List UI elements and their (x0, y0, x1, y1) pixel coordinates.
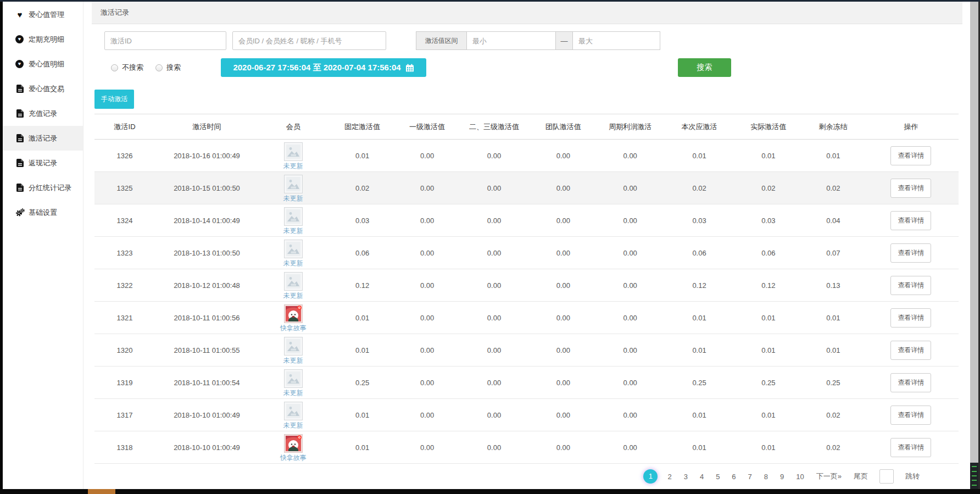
member-avatar[interactable] (284, 304, 303, 323)
manual-activate-button[interactable]: 手动激活 (94, 90, 134, 109)
pagination-page[interactable]: 9 (774, 473, 790, 481)
pagination-page[interactable]: 4 (694, 473, 710, 481)
sidebar-item-link[interactable]: ♥爱心值管理 (3, 2, 83, 27)
member-avatar-placeholder-icon[interactable] (284, 337, 303, 356)
cell-value: 0.01 (665, 302, 734, 334)
pagination-page-active[interactable]: 1 (643, 469, 658, 484)
cell-value: 0.06 (665, 237, 734, 269)
cell-action: 查看详情 (864, 172, 959, 204)
pagination-last[interactable]: 尾页 (848, 471, 874, 481)
pagination-page[interactable]: 7 (742, 473, 758, 481)
sidebar: ♥爱心值管理♥定期充明细♥爱心值明细爱心值交易充值记录激活记录返现记录分红统计记… (3, 2, 83, 489)
cell-value: 0.00 (531, 204, 595, 237)
member-avatar-placeholder-icon[interactable] (284, 142, 303, 161)
view-detail-button[interactable]: 查看详情 (890, 308, 931, 328)
view-detail-button[interactable]: 查看详情 (890, 179, 931, 198)
member-name-link[interactable]: 未更新 (283, 260, 303, 267)
scrollbar-track[interactable] (970, 2, 978, 489)
pagination-page[interactable]: 6 (726, 473, 742, 481)
view-detail-button[interactable]: 查看详情 (890, 146, 931, 165)
page-jump-input[interactable] (879, 469, 894, 484)
member-avatar-placeholder-icon[interactable] (284, 369, 303, 388)
cell-member: 未更新 (259, 399, 328, 431)
sidebar-item-link[interactable]: 爱心值交易 (3, 76, 83, 101)
cell-value: 0.00 (531, 302, 595, 334)
view-detail-button[interactable]: 查看详情 (890, 211, 931, 230)
member-avatar-placeholder-icon[interactable] (284, 240, 303, 258)
taskbar-item[interactable] (88, 489, 115, 494)
member-cell-content: 快拿故事 (259, 434, 328, 461)
view-detail-button[interactable]: 查看详情 (890, 341, 931, 360)
pagination-page[interactable]: 8 (758, 473, 774, 481)
member-name-link[interactable]: 快拿故事 (280, 325, 307, 331)
cell-value: 0.03 (734, 204, 803, 237)
pagination-jump-button[interactable]: 跳转 (899, 471, 926, 481)
cell-activation-time: 2018-10-11 01:00:54 (155, 367, 259, 399)
records-table: 激活ID激活时间会员固定激活值一级激活值二、三级激活值团队激活值周期利润激活本次… (94, 114, 959, 464)
member-name-link[interactable]: 未更新 (283, 163, 303, 169)
view-detail-button[interactable]: 查看详情 (890, 406, 931, 425)
member-search-input[interactable] (232, 31, 386, 50)
member-avatar-placeholder-icon[interactable] (284, 402, 303, 420)
column-header: 一级激活值 (397, 114, 458, 140)
radio-search[interactable]: 搜索 (155, 63, 181, 73)
date-range-button[interactable]: 2020-06-27 17:56:04 至 2020-07-04 17:56:0… (221, 58, 426, 77)
column-header: 周期利润激活 (595, 114, 665, 140)
radio-no-search[interactable]: 不搜索 (111, 63, 143, 73)
member-name-link[interactable]: 未更新 (283, 292, 303, 299)
cell-value: 0.12 (328, 269, 397, 302)
cell-value: 0.00 (397, 204, 458, 237)
member-name-link[interactable]: 未更新 (283, 422, 303, 429)
column-header: 激活时间 (155, 114, 259, 140)
cell-value: 0.00 (397, 334, 458, 367)
search-button[interactable]: 搜索 (678, 58, 731, 77)
pagination: 12345678910下一页»尾页跳转 (94, 463, 959, 490)
pagination-next[interactable]: 下一页» (810, 471, 848, 481)
member-name-link[interactable]: 未更新 (283, 390, 303, 396)
radio-circle-icon[interactable] (111, 64, 118, 71)
sidebar-item-link[interactable]: 返现记录 (3, 151, 83, 175)
view-detail-button[interactable]: 查看详情 (890, 438, 931, 457)
member-avatar[interactable] (284, 434, 303, 453)
pagination-page[interactable]: 5 (710, 473, 726, 481)
table-row: 13252018-10-15 01:00:50未更新0.020.000.000.… (94, 172, 959, 204)
cell-activation-id: 1318 (94, 431, 155, 464)
sidebar-item-active[interactable]: 激活记录 (3, 126, 83, 151)
pagination-page[interactable]: 3 (678, 473, 694, 481)
member-avatar-placeholder-icon[interactable] (284, 175, 303, 193)
cell-action: 查看详情 (864, 367, 959, 399)
cell-member: 快拿故事 (259, 302, 328, 334)
column-header: 会员 (259, 114, 328, 140)
column-header: 操作 (864, 114, 959, 140)
range-min-input[interactable] (467, 31, 556, 50)
member-name-link[interactable]: 未更新 (283, 195, 303, 202)
pagination-page[interactable]: 10 (790, 473, 810, 481)
view-detail-button[interactable]: 查看详情 (890, 373, 931, 392)
column-header: 实际激活值 (734, 114, 803, 140)
sidebar-item-link[interactable]: 分红统计记录 (3, 175, 83, 200)
cell-value: 0.00 (458, 269, 531, 302)
cell-activation-id: 1326 (94, 140, 155, 172)
activation-id-input[interactable] (104, 31, 226, 50)
member-name-link[interactable]: 快拿故事 (280, 454, 307, 461)
cell-value: 0.25 (665, 367, 734, 399)
cell-value: 0.04 (803, 204, 864, 237)
sidebar-item-link[interactable]: ♥定期充明细 (3, 27, 83, 52)
pagination-page[interactable]: 2 (661, 473, 677, 481)
cell-value: 0.01 (734, 431, 803, 464)
column-header: 固定激活值 (328, 114, 397, 140)
member-avatar-placeholder-icon[interactable] (284, 207, 303, 226)
member-name-link[interactable]: 未更新 (283, 357, 303, 364)
sidebar-item-link[interactable]: ♥爱心值明细 (3, 52, 83, 76)
sidebar-item-link[interactable]: 充值记录 (3, 101, 83, 126)
cell-value: 0.00 (458, 399, 531, 431)
member-cell-content: 快拿故事 (259, 304, 328, 331)
range-max-input[interactable] (573, 31, 660, 50)
view-detail-button[interactable]: 查看详情 (890, 243, 931, 263)
member-name-link[interactable]: 未更新 (283, 227, 303, 234)
sidebar-item-link[interactable]: 基础设置 (3, 200, 83, 225)
member-avatar-placeholder-icon[interactable] (284, 272, 303, 291)
radio-circle-icon[interactable] (155, 64, 163, 71)
cell-value: 0.01 (328, 334, 397, 367)
view-detail-button[interactable]: 查看详情 (890, 276, 931, 295)
